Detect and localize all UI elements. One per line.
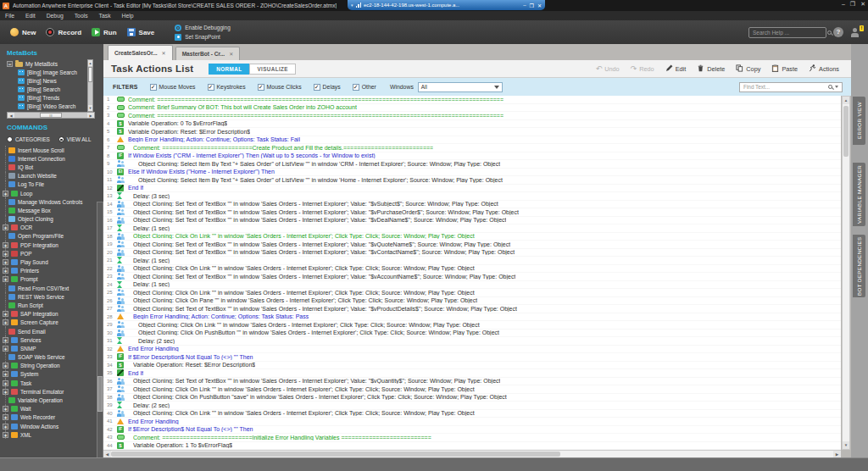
- filter-checkbox-other[interactable]: Other: [353, 84, 376, 91]
- task-action-row[interactable]: 32End Error Handling: [103, 346, 841, 354]
- command-item[interactable]: +Window Actions: [5, 422, 95, 430]
- collapse-icon[interactable]: −: [7, 61, 13, 67]
- scroll-up-icon[interactable]: ▲: [843, 97, 849, 104]
- expand-icon[interactable]: +: [3, 371, 8, 377]
- command-item[interactable]: +Services: [5, 335, 95, 344]
- command-item[interactable]: +Screen Capture: [5, 319, 95, 327]
- task-action-row[interactable]: 12End If: [103, 185, 841, 193]
- metabot-item[interactable]: [Bing] Video Search: [7, 102, 95, 110]
- task-action-row[interactable]: 2Comment: Brief Summary Of BOT: This bot…: [103, 104, 841, 113]
- tab-createsalesor-[interactable]: CreateSalesOr...✕: [108, 45, 173, 60]
- command-item[interactable]: Log To File: [5, 180, 95, 189]
- expand-icon[interactable]: +: [3, 389, 8, 395]
- task-action-row[interactable]: 5Variable Operation: Reset: $Error Descr…: [103, 128, 841, 136]
- minimize-icon[interactable]: [842, 1, 845, 8]
- command-item[interactable]: Manage Windows Controls: [5, 197, 95, 206]
- task-action-row[interactable]: 22Object Cloning: Click On Link "" in wi…: [103, 265, 841, 274]
- expand-icon[interactable]: +: [3, 224, 8, 230]
- user-icon[interactable]: [850, 28, 860, 37]
- command-item[interactable]: +Play Sound: [5, 258, 95, 266]
- command-item[interactable]: +XML: [5, 430, 95, 439]
- command-item[interactable]: Variable Operation: [5, 396, 95, 404]
- run-button[interactable]: Run: [92, 28, 117, 36]
- chevron-down-icon[interactable]: ▾: [351, 3, 353, 8]
- menu-debug[interactable]: Debug: [47, 13, 64, 19]
- task-action-row[interactable]: 30Object Cloning: Click On PushButton ""…: [103, 330, 841, 338]
- command-item[interactable]: +Wait: [5, 405, 95, 413]
- task-action-row[interactable]: 24Delay: (1 sec): [103, 281, 841, 290]
- task-action-row[interactable]: 6Begin Error Handling; Action: Continue;…: [103, 136, 841, 145]
- scroll-up-icon[interactable]: ▲: [88, 60, 92, 66]
- close-icon[interactable]: ✕: [162, 50, 166, 56]
- radio-view-all[interactable]: VIEW ALL: [58, 136, 92, 142]
- task-action-row[interactable]: 40Object Cloning: Click On Link "" in wi…: [103, 410, 841, 418]
- windows-select[interactable]: All: [418, 82, 503, 92]
- task-action-row[interactable]: 17Delay: (1 sec): [103, 224, 841, 233]
- expand-icon[interactable]: +: [3, 268, 8, 274]
- task-action-row[interactable]: 36Object Cloning: Set Text of TextBox ""…: [103, 378, 841, 386]
- command-item[interactable]: Send Email: [5, 327, 95, 335]
- command-item[interactable]: +SNMP: [5, 344, 95, 352]
- command-item[interactable]: Launch Website: [5, 172, 95, 180]
- task-action-row[interactable]: 34Variable Operation: Reset: $Error Desc…: [103, 362, 841, 370]
- expand-icon[interactable]: +: [3, 432, 8, 438]
- expand-icon[interactable]: +: [3, 276, 8, 282]
- metabot-item[interactable]: [Bing] News: [7, 76, 95, 85]
- expand-icon[interactable]: +: [3, 191, 8, 197]
- command-item[interactable]: Open Program/File: [5, 232, 95, 241]
- task-action-row[interactable]: 8If Window Exists ("CRM - Internet Explo…: [103, 152, 841, 161]
- task-action-row[interactable]: 20Object Cloning: Set Text of TextBox ""…: [103, 249, 841, 258]
- enable-debugging-toggle[interactable]: Enable Debugging: [175, 25, 231, 31]
- command-item[interactable]: Internet Connection: [5, 154, 95, 163]
- menu-edit[interactable]: Edit: [25, 13, 36, 19]
- expand-icon[interactable]: +: [3, 242, 8, 248]
- filter-checkbox-mouse-clicks[interactable]: Mouse Clicks: [258, 84, 302, 91]
- find-text-input[interactable]: [743, 84, 826, 90]
- record-button[interactable]: Record: [46, 28, 81, 36]
- expand-icon[interactable]: +: [3, 406, 8, 412]
- task-action-row[interactable]: 26Object Cloning: Click On Pane "" in wi…: [103, 297, 841, 306]
- command-item[interactable]: Insert Mouse Scroll: [5, 146, 95, 154]
- task-action-row[interactable]: 18Object Cloning: Click On Link "" in wi…: [103, 233, 841, 241]
- set-snappoint-toggle[interactable]: Set SnapPoint: [175, 34, 231, 41]
- command-item[interactable]: +String Operation: [5, 362, 95, 370]
- command-item[interactable]: +PDF Integration: [5, 241, 95, 249]
- rdp-close-icon[interactable]: [537, 3, 542, 8]
- expand-icon[interactable]: +: [3, 424, 8, 429]
- task-action-row[interactable]: 3Comment: ==============================…: [103, 112, 841, 120]
- scroll-right-icon[interactable]: ▶: [833, 451, 841, 457]
- task-action-row[interactable]: 43Comment: ==========================Ini…: [103, 434, 841, 442]
- menu-task[interactable]: Task: [99, 13, 111, 19]
- rdp-restore-icon[interactable]: [530, 3, 534, 8]
- copy-button[interactable]: Copy: [736, 64, 760, 74]
- scroll-down-icon[interactable]: ▼: [843, 441, 849, 449]
- help-icon[interactable]: ?: [833, 27, 843, 37]
- task-action-row[interactable]: 7Comment: ==========================Crea…: [103, 144, 841, 152]
- metabots-root[interactable]: − My MetaBots: [7, 59, 95, 68]
- close-icon[interactable]: ✕: [229, 51, 233, 57]
- expand-icon[interactable]: +: [3, 414, 8, 420]
- command-item[interactable]: +Printers: [5, 267, 95, 275]
- menu-help[interactable]: Help: [122, 13, 134, 19]
- scroll-right-icon[interactable]: ▶: [87, 113, 94, 118]
- filter-checkbox-delays[interactable]: Delays: [314, 84, 341, 91]
- metabots-vscrollbar[interactable]: ▲ ▼: [87, 59, 93, 112]
- task-action-row[interactable]: 37Object Cloning: Click On Link "" in wi…: [103, 385, 841, 394]
- side-tab-variable-manager[interactable]: VARIABLE MANAGER: [853, 163, 865, 226]
- menu-file[interactable]: File: [5, 13, 14, 19]
- task-action-row[interactable]: 28Begin Error Handling; Action: Continue…: [103, 313, 841, 322]
- filter-checkbox-keystrokes[interactable]: Keystrokes: [208, 84, 246, 91]
- expand-icon[interactable]: +: [3, 311, 8, 317]
- expand-icon[interactable]: +: [3, 346, 8, 352]
- radio-categories[interactable]: CATEGORIES: [7, 136, 50, 142]
- save-button[interactable]: Save: [127, 28, 155, 36]
- delete-button[interactable]: Delete: [697, 64, 725, 74]
- side-tab-bot-dependencies[interactable]: BOT DEPENDENCIES: [853, 235, 865, 297]
- task-action-row[interactable]: 19Object Cloning: Set Text of TextBox ""…: [103, 241, 841, 249]
- task-action-row[interactable]: 38Object Cloning: Click On PushButton "s…: [103, 394, 841, 402]
- command-item[interactable]: +SAP Integration: [5, 310, 95, 319]
- scroll-down-icon[interactable]: ▼: [88, 105, 92, 111]
- side-tab-error-view[interactable]: ERROR VIEW: [853, 97, 865, 145]
- metabot-item[interactable]: [Bing] Trends: [7, 93, 95, 102]
- command-item[interactable]: Read From CSV/Text: [5, 284, 95, 292]
